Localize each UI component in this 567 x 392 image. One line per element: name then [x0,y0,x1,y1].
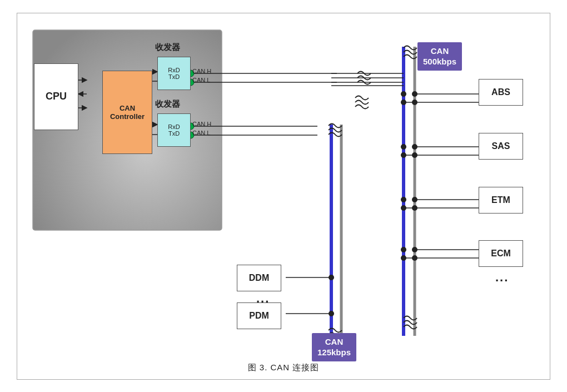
diagram-area: CPU CAN Controller 收发器 RxD TxD CAN H CAN… [17,13,550,358]
transceiver-top-label: 收发器 [155,42,180,53]
svg-point-47 [412,255,417,261]
ddm-node: DDM [237,265,281,291]
svg-point-40 [401,205,406,211]
svg-point-49 [329,275,334,280]
transceiver-bottom-label: 收发器 [155,99,180,110]
trans-top-rxd: RxD [168,67,180,73]
svg-point-29 [412,100,417,105]
wires-svg [17,13,550,358]
can-500-line2: 500kbps [423,57,456,66]
svg-point-24 [401,91,406,97]
outer-container: CPU CAN Controller 收发器 RxD TxD CAN H CAN… [17,13,550,380]
svg-point-46 [401,255,406,261]
can-controller-block: CAN Controller [102,71,152,154]
can-ctrl-line1: CAN [120,104,135,112]
can-125kbps-badge: CAN 125kbps [312,333,356,361]
abs-node: ABS [479,79,523,106]
cpu-label: CPU [46,91,67,102]
svg-point-43 [412,247,417,252]
svg-point-51 [329,311,334,316]
etm-node: ETM [479,187,523,214]
svg-point-25 [412,91,417,97]
svg-point-28 [401,100,406,105]
can-125-line2: 125kbps [317,348,351,357]
canl-label-bottom: CAN L [192,130,210,136]
right-dots: ··· [495,274,509,288]
canl-label-top: CAN L [192,77,210,83]
svg-point-37 [412,197,417,202]
can-500-line1: CAN [431,46,449,56]
transceiver-bottom-box: RxD TxD [157,113,191,147]
diagram-caption: 图 3. CAN 连接图 [248,358,320,375]
svg-point-41 [412,205,417,211]
transceiver-top-box: RxD TxD [157,57,191,90]
svg-point-35 [412,152,417,158]
ecm-node: ECM [479,240,523,267]
svg-point-42 [401,247,406,252]
svg-point-31 [412,144,417,150]
svg-point-34 [401,152,406,158]
cpu-block: CPU [34,63,78,130]
canh-label-bottom: CAN H [192,121,211,127]
can-ctrl-line2: Controller [110,112,145,121]
can-125-line1: CAN [325,337,344,346]
trans-bot-rxd: RxD [168,123,180,130]
pdm-node: PDM [237,302,281,329]
sas-node: SAS [479,133,523,160]
svg-point-36 [401,197,406,202]
trans-top-txd: TxD [168,73,180,80]
trans-bot-txd: TxD [168,130,180,137]
svg-point-30 [401,144,406,150]
canh-label-top: CAN H [192,68,211,75]
can-500kbps-badge: CAN 500kbps [417,42,462,71]
